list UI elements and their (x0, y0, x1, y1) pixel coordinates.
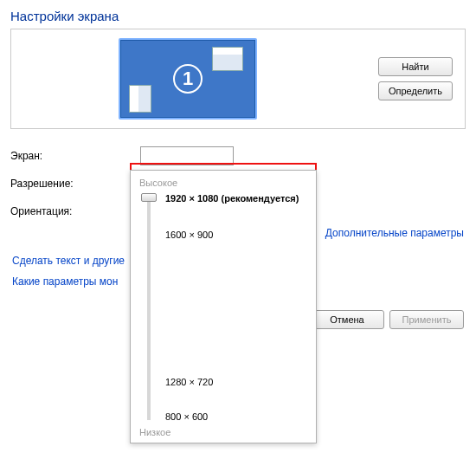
identify-button[interactable]: Определить (378, 81, 453, 100)
cancel-button[interactable]: Отмена (310, 310, 384, 329)
slider-thumb-icon[interactable] (141, 193, 157, 202)
apply-button[interactable]: Применить (389, 310, 464, 329)
resolution-option[interactable]: 1280 × 720 (165, 377, 213, 387)
monitor-number: 1 (173, 64, 203, 94)
advanced-settings-link[interactable]: Дополнительные параметры (325, 227, 464, 239)
screen-label: Экран: (10, 150, 140, 162)
text-size-link[interactable]: Сделать текст и другие (12, 255, 125, 267)
resolution-option[interactable]: 1920 × 1080 (рекомендуется) (165, 193, 299, 204)
resolution-label: Разрешение: (10, 178, 140, 190)
dropdown-footer: Низкое (139, 427, 307, 437)
which-params-link[interactable]: Какие параметры мон (12, 275, 125, 288)
find-button[interactable]: Найти (378, 57, 453, 76)
window-thumb-icon (129, 85, 151, 113)
window-thumb-icon (212, 47, 243, 71)
resolution-option[interactable]: 800 × 600 (165, 411, 208, 422)
monitor-preview[interactable]: 1 (119, 38, 257, 120)
resolution-dropdown: Высокое 1920 × 1080 (рекомендуется)1600 … (130, 170, 317, 443)
resolution-option[interactable]: 1600 × 900 (165, 230, 213, 240)
resolution-slider[interactable] (139, 193, 158, 424)
display-preview-box: 1 Найти Определить (10, 29, 466, 129)
orientation-label: Ориентация: (10, 205, 140, 217)
screen-input[interactable] (140, 146, 234, 165)
page-title: Настройки экрана (10, 9, 466, 23)
dropdown-header: Высокое (139, 178, 307, 188)
